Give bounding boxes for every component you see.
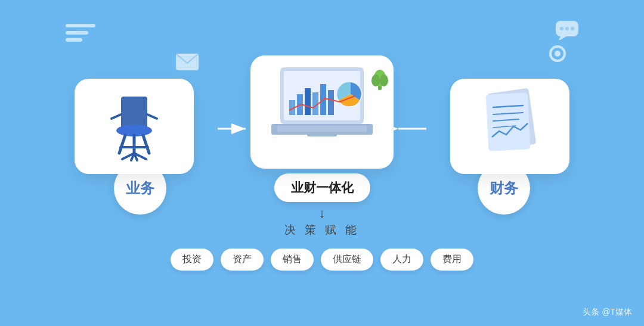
middle-section: 业务 <box>0 55 644 238</box>
svg-point-8 <box>571 27 574 30</box>
pill-item: 费用 <box>431 249 473 271</box>
center-column: 业财一体化 ↓ 决 策 赋 能 <box>250 55 394 238</box>
left-column: 业务 <box>75 79 206 215</box>
right-label-text: 财务 <box>490 179 518 198</box>
svg-point-39 <box>371 74 380 86</box>
svg-point-7 <box>565 27 569 30</box>
svg-point-6 <box>560 27 564 30</box>
svg-rect-1 <box>66 31 88 35</box>
watermark: 头条 @T媒体 <box>583 307 632 318</box>
laptop-illustration <box>262 61 382 163</box>
arrow-left-to-center <box>215 120 250 138</box>
svg-rect-36 <box>307 132 337 136</box>
plant-deco <box>371 61 389 91</box>
svg-rect-44 <box>486 92 531 151</box>
svg-line-13 <box>119 135 125 153</box>
left-card <box>75 79 194 174</box>
right-column: 财务 <box>438 79 569 215</box>
svg-line-21 <box>112 114 121 119</box>
pill-item: 销售 <box>271 249 314 271</box>
main-container: 业务 <box>0 0 644 326</box>
chat-deco <box>556 21 578 40</box>
pill-item: 资产 <box>221 249 264 271</box>
svg-rect-11 <box>121 97 147 129</box>
svg-rect-29 <box>305 88 311 115</box>
down-arrow: ↓ <box>319 206 326 221</box>
svg-line-22 <box>147 114 157 119</box>
integration-label: 业财一体化 <box>291 181 354 194</box>
left-label-text: 业务 <box>126 179 154 198</box>
integration-badge: 业财一体化 <box>274 173 370 202</box>
chair-illustration <box>98 88 170 165</box>
right-card <box>450 79 569 174</box>
svg-rect-32 <box>328 90 334 115</box>
svg-rect-35 <box>277 126 367 132</box>
lines-deco-left <box>66 24 95 45</box>
svg-marker-5 <box>558 36 566 40</box>
svg-line-14 <box>143 135 149 153</box>
pill-item: 供应链 <box>321 249 373 271</box>
decision-label: 决 策 赋 能 <box>284 222 360 238</box>
svg-rect-2 <box>66 38 82 42</box>
svg-rect-0 <box>66 24 95 27</box>
pills-row: 投资资产销售供应链人力费用 <box>171 249 473 271</box>
center-card <box>250 55 394 169</box>
pill-item: 投资 <box>171 249 213 271</box>
pill-item: 人力 <box>380 249 423 271</box>
document-illustration <box>474 85 546 168</box>
svg-point-40 <box>380 74 388 86</box>
layout: 业务 <box>0 44 644 282</box>
arrow-center-to-right <box>394 120 429 138</box>
